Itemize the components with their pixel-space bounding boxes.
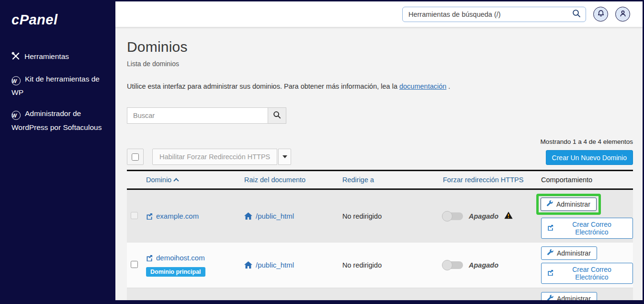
search-icon [273,111,281,120]
chevron-down-icon [282,155,287,158]
docroot-link[interactable]: /public_html [244,212,294,220]
user-icon [619,10,627,19]
external-link-icon [547,224,554,232]
select-all-button[interactable] [127,149,144,165]
manage-button[interactable]: Administrar [541,198,597,211]
table-search [127,107,633,124]
tools-icon [11,51,20,65]
external-link-icon [146,213,153,221]
redirect-status: No redirigido [342,212,443,220]
sidebar-item-wp-softaculous[interactable]: WAdministrador de WordPress por Softacul… [11,107,105,134]
sidebar-item-label: Administrador de WordPress por Softaculo… [11,109,102,131]
description-text: Utilice esta interfaz para administrar s… [127,82,399,90]
sidebar: cPanel Herramientas WKit de herramientas… [0,1,115,300]
row-checkbox[interactable] [131,212,138,219]
sidebar-item-wp-toolkit[interactable]: WKit de herramientas de WP [11,72,105,100]
toggle-knob [442,260,452,270]
highlight-box: Administrar [536,194,601,215]
external-link-icon [547,269,554,277]
manage-button[interactable]: Administrar [541,246,597,260]
wrench-icon [547,249,554,257]
warning-icon [504,211,513,221]
column-header-behavior: Comportamiento [541,176,633,184]
external-link-icon [146,255,153,263]
user-menu-button[interactable] [615,7,630,22]
table-row: fc.demoihost.com /fc.demoihost.com No re… [127,288,633,300]
wrench-icon [547,295,554,300]
bulk-actions-dropdown[interactable] [278,149,291,165]
wordpress-icon: W [11,111,21,120]
bell-icon [597,10,605,19]
topbar [115,1,643,27]
column-header-domain[interactable]: Dominio [146,176,244,184]
https-state-label: Apagado [469,212,498,220]
toolbar-right: Mostrando 1 a 4 de 4 elementos Crear Un … [540,138,633,165]
documentation-link[interactable]: documentación [399,82,446,90]
home-icon [244,213,252,221]
page-subtitle: Lista de dominios [127,60,633,68]
search-icon [572,9,581,20]
column-header-https[interactable]: Forzar redirección HTTPS [443,176,541,184]
global-search [402,7,586,22]
create-domain-button[interactable]: Crear Un Nuevo Dominio [546,150,633,165]
create-email-button[interactable]: Crear Correo Electrónico [541,218,633,239]
domain-link[interactable]: example.com [146,212,199,220]
content: Dominios Lista de dominios Utilice esta … [115,27,643,300]
page-description: Utilice esta interfaz para administrar s… [127,82,633,90]
docroot-link[interactable]: /public_html [244,261,294,269]
create-email-button[interactable]: Crear Correo Electrónico [541,263,633,284]
home-icon [244,262,252,270]
app-window: cPanel Herramientas WKit de herramientas… [0,0,644,304]
sidebar-item-label: Herramientas [24,52,69,60]
domain-link[interactable]: demoihost.com [146,254,205,262]
cpanel-logo: cPanel [11,12,105,28]
bulk-https-split-button: Habilitar Forzar Redirección HTTPS [152,149,291,165]
redirect-status: No redirigido [342,261,443,269]
pagination-summary: Mostrando 1 a 4 de 4 elementos [540,138,633,145]
column-header-docroot[interactable]: Raiz del documento [244,176,342,184]
toggle-knob [442,211,452,222]
domains-table: Dominio Raiz del documento Redirige a Fo… [127,170,633,300]
page-title: Dominios [127,39,633,55]
wrench-icon [547,200,553,208]
https-toggle[interactable] [443,212,463,220]
sidebar-item-label: Kit de herramientas de WP [11,75,100,97]
table-header-row: Dominio Raiz del documento Redirige a Fo… [127,171,633,190]
table-search-input[interactable] [127,107,268,124]
global-search-input[interactable] [408,11,572,18]
bulk-https-button[interactable]: Habilitar Forzar Redirección HTTPS [152,149,277,165]
main-area: Dominios Lista de dominios Utilice esta … [115,1,643,300]
description-tail: . [446,82,450,90]
select-all-checkbox[interactable] [132,153,139,161]
primary-domain-badge: Dominio principal [146,267,205,277]
row-checkbox[interactable] [131,261,138,268]
table-search-button[interactable] [268,107,286,124]
column-header-redirect[interactable]: Redirige a [342,176,443,184]
https-state-label: Apagado [469,261,498,269]
sort-asc-icon [174,178,179,183]
notifications-button[interactable] [593,7,608,22]
table-row: example.com /public_html No redirigido A… [127,190,633,243]
wordpress-icon: W [11,76,21,85]
https-toggle[interactable] [443,261,463,269]
bulk-actions: Habilitar Forzar Redirección HTTPS [127,149,291,165]
table-row: demoihost.com Dominio principal /public_… [127,243,633,288]
table-toolbar: Habilitar Forzar Redirección HTTPS Mostr… [127,138,633,165]
manage-button[interactable]: Administrar [541,292,597,300]
sidebar-item-herramientas[interactable]: Herramientas [11,50,105,65]
